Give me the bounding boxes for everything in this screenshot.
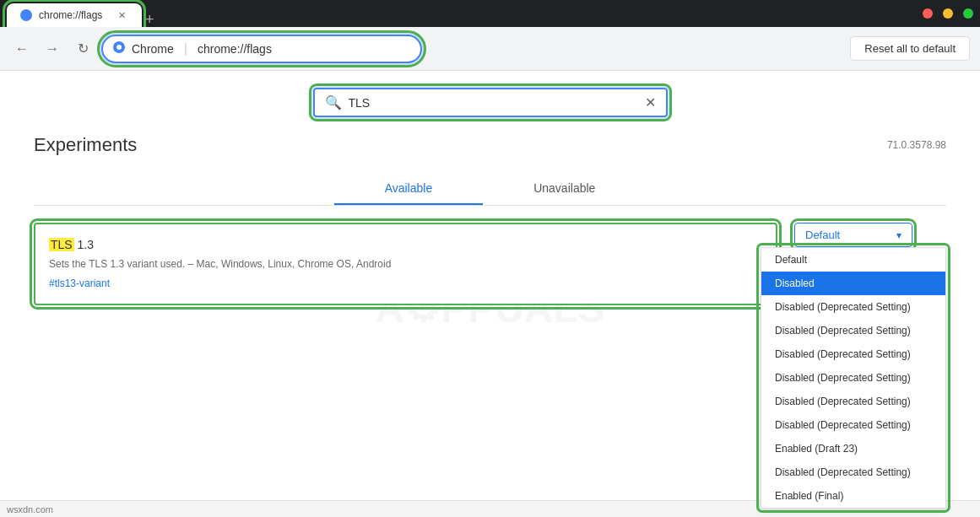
experiment-card: TLS 1.3 Sets the TLS 1.3 variant used. –… [34,223,777,305]
search-icon: 🔍 [325,94,342,110]
experiments-header: Experiments 71.0.3578.98 [34,126,946,156]
page-content: 🔍 ✕ A⚙PPUALS Experiments 71.0.3578.98 Av… [0,71,980,517]
experiment-title: TLS 1.3 [49,238,762,251]
dropdown-option-default[interactable]: Default [761,248,945,272]
tab-favicon [20,9,32,21]
reset-all-button[interactable]: Reset all to default [850,36,970,61]
dropdown-option-enabled-final[interactable]: Enabled (Final) [761,484,945,508]
main-content: A⚙PPUALS Experiments 71.0.3578.98 Availa… [0,126,980,500]
url-separator: | [184,41,187,57]
dropdown-arrow-icon: ▾ [896,229,901,241]
title-highlight: TLS [49,238,74,251]
tab-unavailable[interactable]: Unavailable [483,173,646,205]
dropdown-option-disabled-dep-4[interactable]: Disabled (Deprecated Setting) [761,366,945,390]
tab-available[interactable]: Available [334,173,484,205]
tab-close-button[interactable]: ✕ [115,8,128,22]
tabs-bar: Available Unavailable [34,173,946,206]
version-text: 71.0.3578.98 [887,139,946,151]
dropdown-menu: Default Disabled Disabled (Deprecated Se… [761,247,946,509]
dropdown-option-disabled-dep-2[interactable]: Disabled (Deprecated Setting) [761,319,945,342]
dropdown-option-disabled-dep-7[interactable]: Disabled (Deprecated Setting) [761,460,945,484]
dropdown-option-disabled-dep-6[interactable]: Disabled (Deprecated Setting) [761,413,945,437]
experiment-link[interactable]: #tls13-variant [49,277,110,289]
forward-button[interactable]: → [41,37,64,61]
dropdown-button[interactable]: Default ▾ [794,223,912,247]
title-suffix: 1.3 [78,238,94,251]
search-input[interactable] [349,96,638,110]
url-text: chrome://flags [198,42,272,56]
dropdown-option-disabled-dep-3[interactable]: Disabled (Deprecated Setting) [761,342,945,366]
window-close-button[interactable] [923,8,933,19]
window-minimize-button[interactable] [943,8,953,19]
address-bar[interactable]: Chrome | chrome://flags [101,35,422,63]
experiments-title: Experiments [34,134,137,156]
chrome-label: Chrome [132,42,174,56]
dropdown-option-enabled-draft[interactable]: Enabled (Draft 23) [761,437,945,460]
experiment-description: Sets the TLS 1.3 variant used. – Mac, Wi… [49,256,762,272]
dropdown-option-disabled[interactable]: Disabled [761,272,945,295]
browser-tab[interactable]: chrome://flags ✕ [7,3,142,27]
dropdown-option-disabled-dep-5[interactable]: Disabled (Deprecated Setting) [761,390,945,413]
status-text: wsxdn.com [7,504,53,514]
dropdown-option-disabled-dep-1[interactable]: Disabled (Deprecated Setting) [761,295,945,319]
svg-point-2 [116,45,122,50]
refresh-button[interactable]: ↻ [71,37,95,61]
dropdown-selected-label: Default [805,229,840,241]
chrome-logo-icon [113,41,125,56]
dropdown-container: Default ▾ Default Disabled Disabled (Dep… [794,223,946,247]
window-maximize-button[interactable] [963,8,973,19]
search-section: 🔍 ✕ [0,71,980,126]
experiment-info: TLS 1.3 Sets the TLS 1.3 variant used. –… [49,238,762,290]
back-button[interactable]: ← [10,37,34,61]
new-tab-button[interactable]: + [145,12,154,27]
svg-point-0 [22,11,30,19]
window-controls [923,8,973,19]
tab-bar: chrome://flags ✕ + [7,0,154,27]
title-bar: chrome://flags ✕ + [0,0,980,27]
clear-search-button[interactable]: ✕ [645,94,656,110]
browser-frame: chrome://flags ✕ + ← → ↻ Chrome | chrome… [0,0,980,517]
search-box[interactable]: 🔍 ✕ [313,88,668,117]
tab-title: chrome://flags [39,9,102,21]
nav-bar: ← → ↻ Chrome | chrome://flags Reset all … [0,27,980,71]
